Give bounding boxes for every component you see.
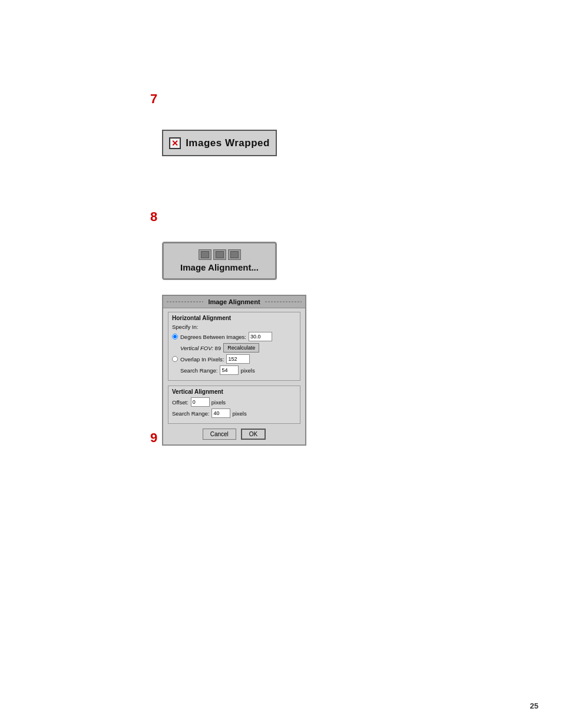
offset-label: Offset:	[172, 399, 189, 406]
horizontal-alignment-section: Horizontal Alignment Specify In: Degrees…	[168, 312, 300, 381]
images-wrapped-button[interactable]: ✕ Images Wrapped	[162, 130, 277, 156]
step-9-number: 9	[150, 430, 157, 446]
degrees-label: Degrees Between Images:	[180, 334, 246, 340]
thumb-icon-1	[199, 249, 211, 260]
overlap-label: Overlap In Pixels:	[180, 356, 224, 363]
degrees-input[interactable]	[249, 332, 272, 341]
overlap-radio[interactable]	[172, 356, 178, 362]
dialog-title: Image Alignment	[208, 298, 260, 305]
step-8-number: 8	[150, 209, 157, 225]
vertical-fov-value: 89	[215, 345, 222, 351]
v-offset-pixels-label: pixels	[211, 399, 226, 406]
overlap-row: Overlap In Pixels:	[172, 354, 296, 364]
h-search-range-input[interactable]	[220, 365, 239, 375]
titlebar-lines-right	[265, 301, 302, 302]
v-search-range-label: Search Range:	[172, 410, 209, 417]
dialog-titlebar: Image Alignment	[163, 296, 305, 308]
image-alignment-button[interactable]: Image Alignment...	[162, 242, 277, 280]
page-number: 25	[530, 701, 538, 710]
button-icons-row	[199, 249, 241, 260]
images-wrapped-label: Images Wrapped	[186, 137, 270, 149]
thumb-icon-3	[228, 249, 241, 260]
h-pixels-label: pixels	[240, 367, 254, 374]
horizontal-section-title: Horizontal Alignment	[172, 315, 296, 321]
offset-row: Offset: pixels	[172, 397, 296, 407]
v-search-range-input[interactable]	[211, 409, 230, 418]
dialog-buttons-row: Cancel OK	[168, 429, 300, 440]
vertical-fov-label: Vertical FOV:	[180, 345, 213, 351]
cancel-button[interactable]: Cancel	[203, 429, 236, 440]
ok-button[interactable]: OK	[241, 429, 266, 440]
recalculate-button[interactable]: Recalculate	[223, 343, 259, 353]
titlebar-lines-left	[167, 301, 203, 302]
specify-in-label: Specify In:	[172, 324, 296, 330]
vertical-section-title: Vertical Alignment	[172, 388, 296, 395]
thumb-icon-2	[213, 249, 226, 260]
degrees-radio[interactable]	[172, 334, 178, 340]
image-alignment-btn-label: Image Alignment...	[180, 262, 259, 272]
degrees-row: Degrees Between Images:	[172, 332, 296, 341]
image-alignment-dialog: Image Alignment Horizontal Alignment Spe…	[162, 295, 306, 446]
v-search-range-row: Search Range: pixels	[172, 409, 296, 418]
h-search-range-row: Search Range: pixels	[172, 365, 296, 375]
h-search-range-label: Search Range:	[180, 367, 217, 374]
step-7-number: 7	[150, 91, 157, 107]
vertical-alignment-section: Vertical Alignment Offset: pixels Search…	[168, 386, 300, 424]
offset-input[interactable]	[191, 397, 210, 407]
overlap-input[interactable]	[226, 354, 250, 364]
dialog-body: Horizontal Alignment Specify In: Degrees…	[163, 308, 305, 444]
vertical-fov-row: Vertical FOV: 89 Recalculate	[172, 343, 296, 353]
checkbox-x-icon: ✕	[169, 137, 181, 149]
v-pixels-label: pixels	[232, 410, 246, 417]
